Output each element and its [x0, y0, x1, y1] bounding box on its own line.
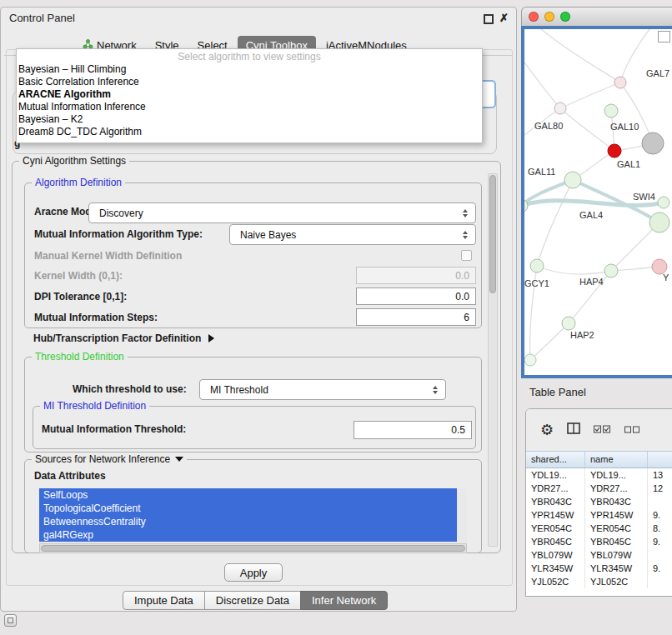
node-label: HAP4	[579, 277, 604, 287]
close-window-icon[interactable]	[529, 12, 539, 22]
network-node-hub[interactable]	[642, 132, 664, 154]
mi-threshold-field[interactable]: 0.5	[354, 421, 472, 439]
algorithm-option[interactable]: Basic Correlation Inference	[17, 76, 482, 88]
select-all-rows-icon[interactable]	[594, 422, 611, 438]
column-header-extra[interactable]	[648, 452, 672, 468]
column-header-name[interactable]: name	[585, 452, 648, 468]
table-settings-gear-icon[interactable]: ⚙	[540, 422, 554, 438]
table-toolbar: ⚙	[526, 409, 672, 451]
algorithm-option[interactable]: Dream8 DC_TDC Algorithm	[17, 126, 482, 138]
minimized-panel-icon[interactable]	[4, 614, 17, 627]
network-edge[interactable]	[530, 323, 569, 360]
hub-definition-toggle[interactable]: Hub/Transcription Factor Definition	[33, 332, 214, 344]
sources-title[interactable]: Sources for Network Inference	[32, 453, 187, 465]
attribute-item[interactable]: gal4RGexp	[39, 528, 457, 542]
network-edge[interactable]	[537, 266, 611, 274]
network-node[interactable]	[530, 259, 544, 272]
network-node[interactable]	[554, 102, 566, 114]
aracne-mode-dropdown[interactable]: Discovery	[88, 202, 476, 223]
table-cell	[648, 575, 672, 588]
dpi-tolerance-field[interactable]: 0.0	[356, 288, 476, 305]
network-window-titlebar[interactable]	[521, 7, 672, 26]
network-edge[interactable]	[541, 29, 620, 82]
float-window-icon[interactable]	[484, 14, 494, 24]
tab-impute-data[interactable]: Impute Data	[123, 591, 205, 610]
data-attributes-list[interactable]: SelfLoops TopologicalCoefficient Between…	[39, 488, 467, 553]
network-node[interactable]	[658, 197, 669, 208]
table-cell: YJL052C	[585, 575, 648, 588]
settings-scrollbar[interactable]	[488, 173, 498, 547]
which-threshold-label: Which threshold to use:	[73, 383, 187, 395]
manual-kernel-checkbox[interactable]	[461, 250, 472, 261]
network-node[interactable]	[562, 317, 575, 330]
zoom-window-icon[interactable]	[560, 12, 570, 22]
network-node[interactable]	[649, 212, 669, 232]
attributes-horizontal-scrollbar[interactable]	[39, 543, 467, 553]
node-label: GAL7	[646, 68, 669, 78]
close-panel-icon[interactable]: ✗	[499, 12, 509, 24]
table-row[interactable]: YBR045CYBR045C9.	[526, 535, 672, 548]
algorithm-option[interactable]: Bayesian – K2	[17, 113, 482, 126]
mi-type-dropdown[interactable]: Naive Bayes	[229, 224, 476, 245]
network-node[interactable]	[604, 104, 618, 118]
algorithm-option[interactable]: Mutual Information Inference	[17, 101, 482, 113]
table-row[interactable]: YBR043CYBR043C	[526, 495, 672, 508]
table-row[interactable]: YER054CYER054C8.	[526, 522, 672, 535]
network-node[interactable]	[614, 77, 626, 88]
apply-button[interactable]: Apply	[224, 563, 283, 582]
control-panel-title: Control Panel	[9, 12, 75, 24]
column-selector-icon[interactable]	[567, 422, 580, 438]
sources-group: Sources for Network Inference Data Attri…	[24, 459, 482, 553]
table-panel: ⚙ shared... name YDL19...YDL19...13 YDR2…	[525, 408, 672, 597]
table-row[interactable]: YPR145WYPR145W9.	[526, 508, 672, 522]
scrollbar-thumb[interactable]	[41, 545, 465, 552]
table-cell: 12	[648, 482, 672, 495]
network-node[interactable]	[524, 354, 536, 366]
table-row[interactable]: YJL052CYJL052C	[526, 575, 672, 588]
table-row[interactable]: YDL19...YDL19...13	[526, 468, 672, 482]
table-row[interactable]: YBL079WYBL079W	[526, 548, 672, 562]
network-node[interactable]	[564, 172, 581, 188]
node-label: GAL10	[610, 122, 639, 132]
attribute-item[interactable]: BetweennessCentrality	[39, 515, 457, 528]
network-edge[interactable]	[620, 29, 649, 82]
mi-type-label: Mutual Information Algorithm Type:	[34, 228, 203, 240]
column-header-shared-name[interactable]: shared...	[526, 452, 585, 468]
deselect-rows-icon[interactable]	[624, 422, 640, 438]
expand-right-icon	[208, 334, 214, 342]
mi-steps-field[interactable]: 6	[356, 308, 476, 326]
network-canvas[interactable]: GAL7 GAL80 GAL10 GAL1 GAL11 SWI4 GAL4 GC…	[521, 26, 672, 378]
algorithm-placeholder: Select algorithm to view settings	[17, 50, 482, 63]
table-cell: 13	[648, 468, 672, 482]
table-row[interactable]: YLR345WYLR345W9.	[526, 562, 672, 575]
table-body: YDL19...YDL19...13 YDR27...YDR27...12 YB…	[526, 468, 672, 596]
kernel-width-field[interactable]: 0.0	[356, 267, 476, 284]
dropdown-arrows-icon	[463, 231, 468, 239]
table-cell: YJL052C	[526, 575, 585, 588]
network-edge[interactable]	[524, 62, 560, 108]
table-cell: YBR045C	[526, 535, 585, 548]
algorithm-definition-group: Algorithm Definition Aracne Mode: Discov…	[24, 182, 482, 328]
node-label: SWI4	[633, 192, 655, 202]
table-cell: YLR345W	[526, 562, 585, 575]
minimize-window-icon[interactable]	[544, 12, 554, 22]
algorithm-option[interactable]: Bayesian – Hill Climbing	[17, 63, 482, 76]
table-row[interactable]: YDR27...YDR27...12	[526, 482, 672, 495]
algorithm-definition-title: Algorithm Definition	[32, 177, 125, 188]
table-cell: YBR045C	[585, 535, 648, 548]
which-threshold-dropdown[interactable]: MI Threshold	[199, 379, 446, 400]
canvas-tool-fragment	[658, 31, 670, 42]
table-cell: 9.	[648, 535, 672, 548]
cyni-algorithm-settings-group: Cyni Algorithm Settings Algorithm Defini…	[12, 161, 501, 553]
attribute-item[interactable]: TopologicalCoefficient	[39, 502, 457, 515]
tab-infer-network[interactable]: Infer Network	[300, 591, 388, 610]
algorithm-option-selected[interactable]: ARACNE Algorithm	[17, 88, 482, 101]
network-view-window: GAL7 GAL80 GAL10 GAL1 GAL11 SWI4 GAL4 GC…	[521, 7, 672, 378]
attribute-item[interactable]: SelfLoops	[39, 488, 457, 502]
dpi-tolerance-label: DPI Tolerance [0,1]:	[34, 291, 127, 302]
network-node-highlighted[interactable]	[608, 144, 621, 158]
scrollbar-thumb[interactable]	[489, 175, 496, 293]
tab-discretize-data[interactable]: Discretize Data	[204, 591, 301, 610]
network-node[interactable]	[604, 264, 618, 278]
mi-type-value: Naive Bayes	[240, 229, 296, 241]
